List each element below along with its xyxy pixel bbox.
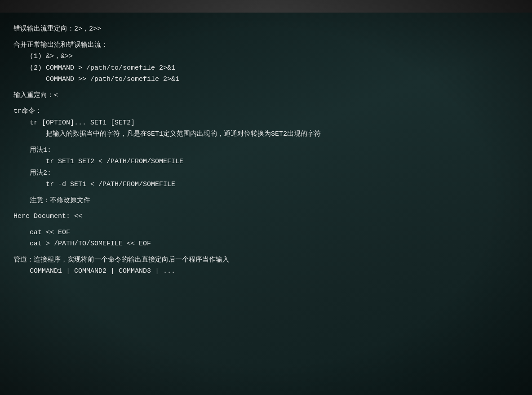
usage-section: 用法1: tr SET1 SET2 < /PATH/FROM/SOMEFILE … [13,145,519,191]
usage1-cmd: tr SET1 SET2 < /PATH/FROM/SOMEFILE [13,156,519,168]
usage2-cmd: tr -d SET1 < /PATH/FROM/SOMEFILE [13,179,519,191]
merge-option2a: (2) COMMAND > /path/to/somefile 2>&1 [13,62,519,74]
merge-header: 合并正常输出流和错误输出流： [13,40,519,51]
pipe-example: COMMAND1 | COMMAND2 | COMMAND3 | ... [13,266,519,277]
heredoc-example2: cat > /PATH/TO/SOMEFILE << EOF [13,238,519,250]
heredoc-section: Here Document: << [13,211,519,222]
heredoc-examples: cat << EOF cat > /PATH/TO/SOMEFILE << EO… [13,227,519,250]
tr-section: tr命令： tr [OPTION]... SET1 [SET2] 把输入的数据当… [13,106,519,140]
input-redirect-header: 输入重定向：< [13,90,519,102]
pipe-section: 管道：连接程序，实现将前一个命令的输出直接定向后一个程序当作输入 COMMAND… [13,254,519,277]
terminal-screen: 错误输出流重定向：2>，2>> 合并正常输出流和错误输出流： (1) &>，&>… [0,0,532,395]
terminal-content: 错误输出流重定向：2>，2>> 合并正常输出流和错误输出流： (1) &>，&>… [13,23,519,277]
merge-option2b: COMMAND >> /path/to/somefile 2>&1 [13,74,519,85]
error-redirect-header: 错误输出流重定向：2>，2>> [13,23,519,35]
heredoc-header: Here Document: << [13,211,519,222]
notice-text: 注意：不修改原文件 [13,195,519,207]
usage1-header: 用法1: [13,145,519,156]
tr-desc: 把输入的数据当中的字符，凡是在SET1定义范围内出现的，通通对位转换为SET2出… [13,129,519,140]
usage2-header: 用法2: [13,168,519,179]
heredoc-example1: cat << EOF [13,227,519,239]
merge-option1: (1) &>，&>> [13,51,519,62]
tr-header: tr命令： [13,106,519,117]
tr-usage: tr [OPTION]... SET1 [SET2] [13,117,519,129]
error-redirect-section: 错误输出流重定向：2>，2>> [13,23,519,35]
terminal-top-bar [0,0,532,13]
merge-section: 合并正常输出流和错误输出流： (1) &>，&>> (2) COMMAND > … [13,40,519,85]
notice-section: 注意：不修改原文件 [13,195,519,207]
pipe-header: 管道：连接程序，实现将前一个命令的输出直接定向后一个程序当作输入 [13,254,519,266]
input-redirect-section: 输入重定向：< [13,90,519,102]
